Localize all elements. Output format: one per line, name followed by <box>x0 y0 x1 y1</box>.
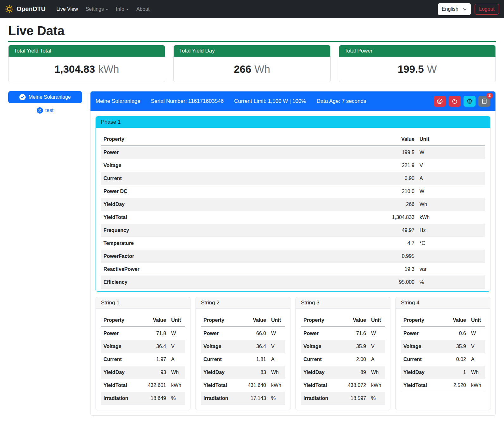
card-body: 1,304.83kWh <box>9 57 165 82</box>
column-header-unit: Unit <box>169 314 185 327</box>
string-card-header: String 2 <box>196 297 290 309</box>
value-cell: 199.5 <box>379 146 417 159</box>
property-cell: YieldTotal <box>401 379 441 392</box>
card-value: 266 <box>234 63 251 75</box>
cpu-icon <box>466 98 473 104</box>
unit-cell: V <box>369 340 385 353</box>
inverter-name: Meine Solaranlage <box>96 98 140 104</box>
unit-cell: V <box>169 340 185 353</box>
unit-cell: W <box>417 146 485 159</box>
inverter-select-button[interactable]: Meine Solaranlage <box>8 91 82 103</box>
column-header-property: Property <box>101 314 141 327</box>
table-row: Temperature4.7°C <box>101 237 485 250</box>
inverter-item-test[interactable]: test <box>8 107 82 114</box>
table-row: Current1.81A <box>201 353 285 366</box>
language-select[interactable]: English <box>438 3 471 15</box>
property-cell: Current <box>401 353 441 366</box>
property-cell: Current <box>101 172 379 185</box>
card-value: 199.5 <box>398 63 424 75</box>
brand: OpenDTU <box>5 5 46 13</box>
chevron-down-icon <box>126 9 129 10</box>
restart-device-button[interactable] <box>464 96 476 107</box>
phase-card-header: Phase 1 <box>96 116 490 128</box>
limit-settings-button[interactable] <box>434 96 446 107</box>
card-value: 1,304.83 <box>54 63 95 75</box>
card-header: Total Yield Total <box>9 45 165 57</box>
x-circle-icon <box>37 107 43 114</box>
table-header-row: Property Value Unit <box>401 314 485 327</box>
brand-label: OpenDTU <box>16 5 46 13</box>
property-cell: Irradiation <box>101 392 141 405</box>
unit-cell: % <box>369 392 385 405</box>
string-2-table: Property Value Unit Power66.0WVoltage36.… <box>201 314 285 405</box>
value-cell: 95.000 <box>379 276 417 289</box>
property-cell: YieldTotal <box>201 379 241 392</box>
string-card-header: String 3 <box>296 297 390 309</box>
event-log-button[interactable]: 2 <box>478 96 490 107</box>
property-cell: Power <box>101 327 141 340</box>
value-cell: 431.640 <box>241 379 269 392</box>
table-row: Voltage36.4V <box>101 340 185 353</box>
column-header-property: Property <box>401 314 441 327</box>
property-cell: Frequency <box>101 224 379 237</box>
property-cell: YieldDay <box>101 198 379 211</box>
chevron-down-icon <box>106 9 108 10</box>
value-cell: 438.072 <box>341 379 369 392</box>
event-count-badge: 2 <box>486 93 493 99</box>
card-body: 199.5W <box>339 57 495 82</box>
unit-cell: °C <box>417 237 485 250</box>
card-body: 266Wh <box>174 57 330 82</box>
value-cell: 18.597 <box>341 392 369 405</box>
chevron-down-icon <box>463 7 467 11</box>
card-unit: W <box>427 63 437 75</box>
total-yield-total-card: Total Yield Total 1,304.83kWh <box>8 45 165 82</box>
property-cell: YieldTotal <box>101 379 141 392</box>
property-cell: Power <box>401 327 441 340</box>
inverter-data-age: Data Age: 7 seconds <box>316 98 366 104</box>
table-row: Current1.97A <box>101 353 185 366</box>
table-row: Power71.8W <box>101 327 185 340</box>
logout-button[interactable]: Logout <box>475 4 499 15</box>
phase-table: Property Value Unit Power199.5WVoltage22… <box>101 133 485 289</box>
property-cell: YieldDay <box>101 366 141 379</box>
value-cell: 432.601 <box>141 379 169 392</box>
value-cell: 89 <box>341 366 369 379</box>
property-cell: Voltage <box>101 159 379 172</box>
string-3-table: Property Value Unit Power71.6WVoltage35.… <box>301 314 385 405</box>
nav-about[interactable]: About <box>134 4 152 15</box>
property-cell: YieldTotal <box>301 379 341 392</box>
table-header-row: Property Value Unit <box>101 133 485 146</box>
speedometer-icon <box>437 98 443 104</box>
table-row: Frequency49.97Hz <box>101 224 485 237</box>
column-header-value: Value <box>341 314 369 327</box>
value-cell: 210.0 <box>379 185 417 198</box>
table-header-row: Property Value Unit <box>201 314 285 327</box>
property-cell: Efficiency <box>101 276 379 289</box>
column-header-value: Value <box>241 314 269 327</box>
unit-cell: V <box>469 340 485 353</box>
inverter-item-label: test <box>45 108 53 113</box>
value-cell: 221.9 <box>379 159 417 172</box>
property-cell: Irradiation <box>201 392 241 405</box>
value-cell: 0.995 <box>379 250 417 263</box>
nav-settings[interactable]: Settings <box>83 4 111 15</box>
property-cell: YieldDay <box>401 366 441 379</box>
nav-live-view[interactable]: Live View <box>54 4 80 15</box>
unit-cell: var <box>417 263 485 276</box>
value-cell: 1.97 <box>141 353 169 366</box>
unit-cell: kWh <box>269 379 285 392</box>
table-row: Power71.6W <box>301 327 385 340</box>
inverter-card: Meine Solaranlage Serial Number: 1161716… <box>90 91 496 416</box>
inverter-sidebar: Meine Solaranlage test <box>8 91 82 114</box>
property-cell: YieldDay <box>301 366 341 379</box>
inverter-actions: 2 <box>434 96 490 107</box>
string-card-header: String 4 <box>396 297 490 309</box>
value-cell: 1.81 <box>241 353 269 366</box>
nav-info[interactable]: Info <box>113 4 131 15</box>
table-row: Power0.6W <box>401 327 485 340</box>
value-cell: 36.4 <box>141 340 169 353</box>
column-header-value: Value <box>379 133 417 146</box>
value-cell: 17.143 <box>241 392 269 405</box>
column-header-unit: Unit <box>469 314 485 327</box>
power-button[interactable] <box>449 96 461 107</box>
